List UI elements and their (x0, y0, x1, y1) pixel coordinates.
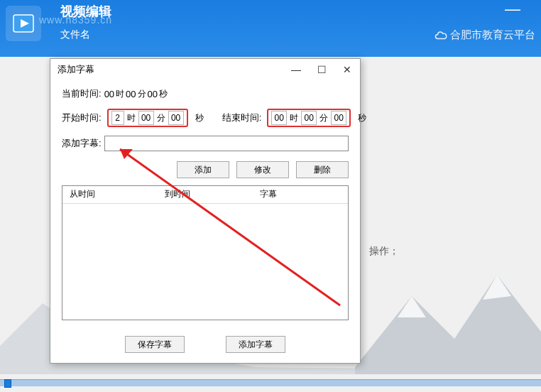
subtitle-table: 从时间 到时间 字幕 (62, 185, 349, 320)
col-to-time: 到时间 (158, 186, 253, 203)
add-button[interactable]: 添加 (177, 161, 229, 178)
table-body[interactable] (62, 203, 348, 320)
minimize-button[interactable]: — (283, 59, 309, 80)
start-hour-input[interactable] (111, 111, 124, 125)
current-hour: 00 (104, 89, 114, 99)
add-subtitle-button[interactable]: 添加字幕 (226, 336, 285, 353)
start-sec-input[interactable] (168, 111, 184, 125)
platform-brand: 合肥市教育云平台 (435, 28, 535, 42)
end-time-label: 结束时间: (222, 111, 262, 124)
start-min-input[interactable] (138, 111, 154, 125)
end-time-group: 时 分 (267, 109, 351, 127)
cloud-icon (435, 29, 447, 42)
delete-button[interactable]: 删除 (296, 161, 349, 178)
subtitle-input-label: 添加字幕: (62, 137, 102, 150)
dialog-title: 添加字幕 (58, 63, 94, 76)
end-min-input[interactable] (301, 111, 317, 125)
add-subtitle-dialog: 添加字幕 — ☐ ✕ 当前时间: 00 时 00 分 00 秒 开始时间: 时 … (50, 58, 361, 364)
end-sec-input[interactable] (331, 111, 346, 125)
close-icon[interactable]: — (504, 0, 521, 18)
close-button[interactable]: ✕ (334, 59, 360, 80)
save-subtitle-button[interactable]: 保存字幕 (125, 336, 185, 353)
end-hour-input[interactable] (271, 111, 287, 125)
timeline-bar[interactable] (0, 379, 541, 386)
current-time-label: 当前时间: (62, 87, 102, 100)
app-title: 视频编辑 (60, 3, 111, 20)
timeline-thumb[interactable] (4, 379, 11, 388)
start-time-label: 开始时间: (62, 111, 102, 124)
current-sec: 00 (148, 89, 158, 99)
app-header: www.h8359.cn 视频编辑 文件名 — 合肥市教育云平台 (0, 0, 541, 57)
side-operation-text: 操作； (369, 245, 399, 258)
app-logo (6, 6, 41, 41)
col-subtitle: 字幕 (253, 186, 348, 203)
filename-label: 文件名 (60, 28, 90, 41)
subtitle-input[interactable] (104, 136, 349, 151)
modify-button[interactable]: 修改 (236, 161, 289, 178)
start-time-group: 时 分 (107, 109, 188, 127)
current-min: 00 (126, 89, 136, 99)
col-from-time: 从时间 (62, 186, 158, 203)
maximize-button[interactable]: ☐ (309, 59, 334, 80)
